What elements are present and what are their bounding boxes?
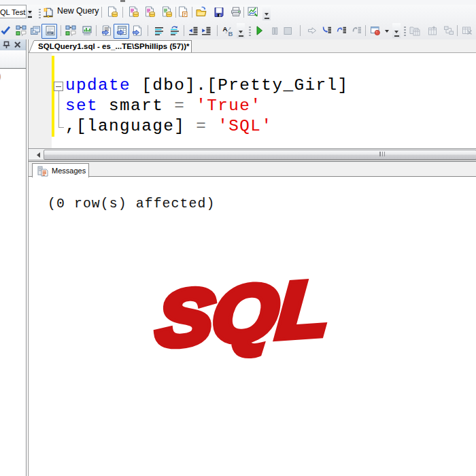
svg-text:SQL: SQL — [154, 273, 332, 363]
svg-text:B: B — [228, 30, 233, 37]
svg-text:A: A — [222, 25, 227, 33]
